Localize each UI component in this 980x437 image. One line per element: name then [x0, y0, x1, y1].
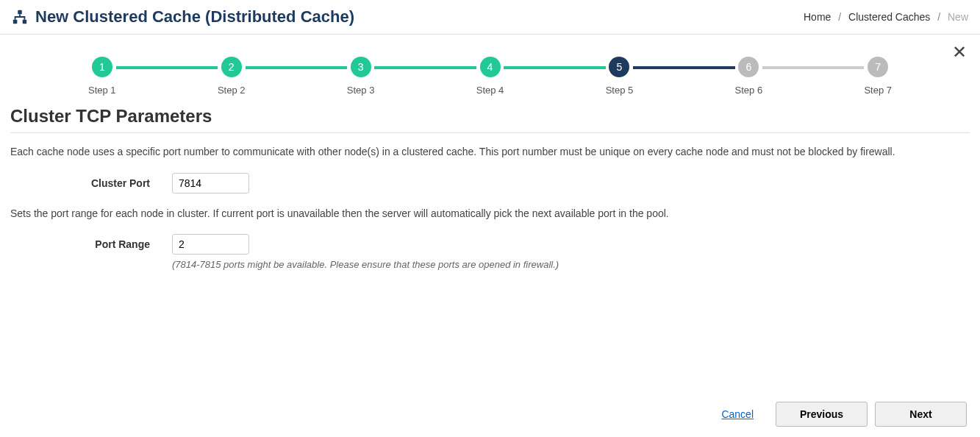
svg-rect-0 [18, 10, 22, 15]
step-1[interactable]: 1Step 1 [88, 57, 116, 96]
page-header: New Clustered Cache (Distributed Cache) … [0, 0, 980, 35]
cluster-icon [12, 9, 28, 25]
step-label: Step 2 [218, 85, 246, 96]
port-range-description: Sets the port range for each node in clu… [0, 207, 980, 221]
port-range-input[interactable] [172, 234, 249, 255]
step-label: Step 7 [864, 85, 892, 96]
step-connector [633, 66, 734, 69]
step-5[interactable]: 5Step 5 [606, 57, 634, 96]
stepper: 1Step 12Step 23Step 34Step 45Step 56Step… [0, 35, 980, 96]
section-title: Cluster TCP Parameters [0, 96, 980, 132]
step-label: Step 1 [88, 85, 116, 96]
step-7[interactable]: 7Step 7 [864, 57, 892, 96]
breadcrumb-clustered-caches[interactable]: Clustered Caches [848, 11, 930, 23]
step-circle: 3 [351, 57, 371, 77]
breadcrumb-home[interactable]: Home [804, 11, 831, 23]
close-icon[interactable]: ✕ [952, 43, 967, 61]
step-circle: 6 [738, 57, 759, 77]
port-range-hint: (7814-7815 ports might be available. Ple… [172, 259, 559, 270]
step-circle: 1 [92, 57, 112, 77]
step-connector [116, 66, 218, 69]
step-6[interactable]: 6Step 6 [735, 57, 763, 96]
step-label: Step 6 [735, 85, 763, 96]
step-connector [762, 66, 864, 69]
cluster-port-input[interactable] [172, 173, 249, 193]
step-2[interactable]: 2Step 2 [218, 57, 246, 96]
cluster-port-label: Cluster Port [10, 173, 172, 189]
divider [10, 132, 970, 133]
step-label: Step 4 [476, 85, 504, 96]
breadcrumb: Home / Clustered Caches / New [804, 11, 968, 23]
step-circle: 4 [480, 57, 501, 77]
port-range-label: Port Range [10, 234, 172, 250]
cluster-port-description: Each cache node uses a specific port num… [0, 145, 980, 160]
step-4[interactable]: 4Step 4 [476, 57, 504, 96]
step-connector [504, 66, 605, 69]
step-label: Step 3 [347, 85, 375, 96]
page-title: New Clustered Cache (Distributed Cache) [35, 7, 354, 26]
step-3[interactable]: 3Step 3 [347, 57, 375, 96]
step-circle: 2 [221, 57, 242, 77]
step-circle: 5 [609, 57, 629, 77]
svg-rect-1 [13, 20, 18, 24]
svg-rect-2 [23, 20, 26, 24]
breadcrumb-current: New [948, 11, 968, 23]
step-connector [246, 66, 347, 69]
step-connector [374, 66, 476, 69]
step-label: Step 5 [606, 85, 634, 96]
step-circle: 7 [868, 57, 888, 77]
